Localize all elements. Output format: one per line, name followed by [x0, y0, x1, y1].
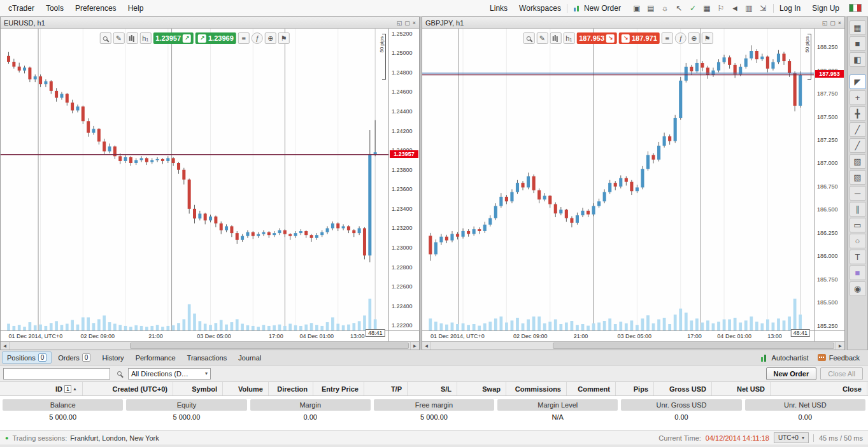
channel-tool-icon[interactable]: ∥	[850, 202, 866, 216]
fib-fan-icon[interactable]: ▧	[850, 170, 866, 185]
column-header-comment[interactable]: Comment	[567, 382, 616, 395]
chart-scrollbar[interactable]: ◄ ►	[422, 341, 844, 350]
search-input[interactable]	[3, 368, 110, 380]
sell-button[interactable]: 1.23957 ↗	[153, 32, 194, 44]
feedback-button[interactable]: Feedback	[818, 354, 860, 362]
indicators-icon[interactable]: ✎	[113, 32, 124, 44]
autochartist-button[interactable]: Autochartist	[760, 354, 809, 362]
chart-type-icon[interactable]	[550, 32, 561, 44]
market-hours-globe-icon[interactable]: ⊕	[688, 32, 700, 44]
tab-performance[interactable]: Performance	[131, 352, 181, 364]
new-chart-icon[interactable]: ▤	[644, 3, 657, 14]
column-header-swap[interactable]: Swap	[457, 382, 506, 395]
column-header-pips[interactable]: Pips	[616, 382, 654, 395]
chart-titlebar[interactable]: GBPJPY, h1 ◱ ▢ ×	[422, 17, 844, 29]
fib-retracement-icon[interactable]: ▨	[850, 154, 866, 169]
scrollbar-track[interactable]	[431, 342, 836, 350]
pointer-tool-icon[interactable]: ◤	[850, 74, 866, 89]
column-header-created-utc-[interactable]: Created (UTC+0)	[83, 382, 173, 395]
pointer-mode-icon[interactable]: ↖	[672, 3, 685, 14]
horizontal-line-icon[interactable]: ─	[850, 186, 866, 201]
maximize-icon[interactable]: ▢	[404, 20, 410, 26]
ellipse-tool-icon[interactable]: ○	[850, 234, 866, 248]
symbol-info-icon[interactable]: ƒ	[675, 32, 687, 44]
scroll-left-icon[interactable]: ◄	[422, 342, 431, 350]
menu-new-order-button[interactable]: New Order	[567, 4, 627, 13]
sign-up-button[interactable]: Sign Up	[806, 4, 845, 13]
new-order-button[interactable]: New Order	[766, 367, 817, 380]
chart-settings-icon[interactable]: ☼	[658, 3, 671, 14]
news-flag-icon[interactable]: ⚑	[278, 32, 290, 44]
accept-mode-icon[interactable]: ✓	[687, 3, 699, 14]
column-header-entry-price[interactable]: Entry Price	[313, 382, 364, 395]
maximize-icon[interactable]: ▢	[830, 20, 836, 26]
close-icon[interactable]: ×	[413, 20, 416, 26]
news-flag-icon[interactable]: ⚑	[702, 32, 713, 44]
plot-area[interactable]: ✎ h₁ 1.23957 ↗ ↗ 1.23969 ≡ ƒ ⊕ ⚑	[1, 29, 388, 330]
timezone-selector[interactable]: UTC+0 ▾	[774, 432, 809, 443]
text-tool-icon[interactable]: T	[850, 250, 866, 264]
sound-icon[interactable]: ◄	[729, 3, 741, 14]
popout-icon[interactable]: ◱	[822, 20, 828, 26]
timeframe-button[interactable]: h₁	[139, 32, 151, 44]
language-flag-icon[interactable]	[849, 4, 862, 12]
menu-help[interactable]: Help	[122, 4, 150, 13]
alerts-bell-icon[interactable]: ⚐	[715, 3, 727, 14]
column-header-t-p[interactable]: T/P	[364, 382, 408, 395]
log-in-button[interactable]: Log In	[773, 4, 806, 13]
tab-positions[interactable]: Positions 0	[2, 351, 52, 364]
split-view-icon[interactable]: ◧	[850, 52, 866, 67]
buy-button[interactable]: ↘ 187.971	[619, 32, 660, 44]
menu-preferences[interactable]: Preferences	[69, 4, 122, 13]
indicators-icon[interactable]: ✎	[536, 32, 548, 44]
column-header-commissions[interactable]: Commissions	[506, 382, 567, 395]
tab-journal[interactable]: Journal	[233, 352, 266, 364]
scrollbar-thumb[interactable]	[130, 343, 409, 349]
calculator-icon[interactable]: ▦	[701, 3, 713, 14]
plot-area[interactable]: ✎ h₁ 187.953 ↘ ↘ 187.971 ≡ ƒ ⊕ ⚑	[422, 29, 814, 330]
buy-button[interactable]: ↗ 1.23969	[196, 32, 236, 44]
column-header-direction[interactable]: Direction	[269, 382, 313, 395]
tab-transactions[interactable]: Transactions	[182, 352, 232, 364]
scrollbar-thumb[interactable]	[553, 343, 835, 349]
time-axis[interactable]: 48:41 01 Dec 2014, UTC+002 Dec 09:0021:0…	[422, 331, 814, 341]
zoom-icon[interactable]	[99, 32, 111, 44]
quicktrade-list-icon[interactable]: ≡	[662, 32, 673, 44]
close-icon[interactable]: ×	[838, 20, 841, 26]
tab-history[interactable]: History	[97, 352, 129, 364]
market-hours-globe-icon[interactable]: ⊕	[265, 32, 276, 44]
search-icon[interactable]	[113, 368, 125, 380]
chart-titlebar[interactable]: EURUSD, h1 ◱ ▢ ×	[1, 17, 419, 29]
symbol-info-icon[interactable]: ƒ	[252, 32, 263, 44]
measure-tool-icon[interactable]: ╋	[850, 106, 866, 121]
menu-workspaces[interactable]: Workspaces	[513, 4, 567, 13]
menu-links[interactable]: Links	[484, 4, 513, 13]
windows-icon[interactable]: ▣	[630, 3, 643, 14]
price-axis[interactable]: 1.23957 1.252001.250001.248001.246001.24…	[388, 29, 419, 330]
column-header-symbol[interactable]: Symbol	[173, 382, 223, 395]
popout-icon[interactable]: ◱	[397, 20, 402, 26]
column-header-volume[interactable]: Volume	[223, 382, 269, 395]
scroll-right-icon[interactable]: ►	[410, 342, 419, 350]
timeframe-button[interactable]: h₁	[563, 32, 574, 44]
trendline-tool-icon[interactable]: ╱	[850, 122, 866, 137]
time-axis[interactable]: 48:41 01 Dec 2014, UTC+002 Dec 09:0021:0…	[1, 331, 388, 341]
panel-layout-icon[interactable]: ▥	[743, 3, 755, 14]
fullscreen-icon[interactable]: ⇲	[757, 3, 769, 14]
price-axis[interactable]: 187.953 188.250188.000187.750187.500187.…	[814, 29, 844, 330]
column-header-id[interactable]: ID1▲	[0, 382, 83, 395]
column-header-gross-usd[interactable]: Gross USD	[654, 382, 712, 395]
rectangle-tool-icon[interactable]: ▭	[850, 218, 866, 232]
ray-tool-icon[interactable]: ╱	[850, 138, 866, 153]
column-header-net-usd[interactable]: Net USD	[712, 382, 771, 395]
crosshair-tool-icon[interactable]: +	[850, 90, 866, 105]
tab-orders[interactable]: Orders 0	[53, 351, 96, 364]
scroll-right-icon[interactable]: ►	[836, 342, 844, 350]
direction-filter-dropdown[interactable]: All Directions (D… ▾	[128, 368, 211, 380]
sell-button[interactable]: 187.953 ↘	[576, 32, 617, 44]
menu-ctrader[interactable]: cTrader	[3, 4, 40, 13]
menu-tools[interactable]: Tools	[40, 4, 69, 13]
close-all-button[interactable]: Close All	[820, 367, 863, 380]
camera-icon[interactable]: ◉	[850, 281, 866, 296]
workspace-grid-icon[interactable]: ▦	[850, 20, 866, 35]
